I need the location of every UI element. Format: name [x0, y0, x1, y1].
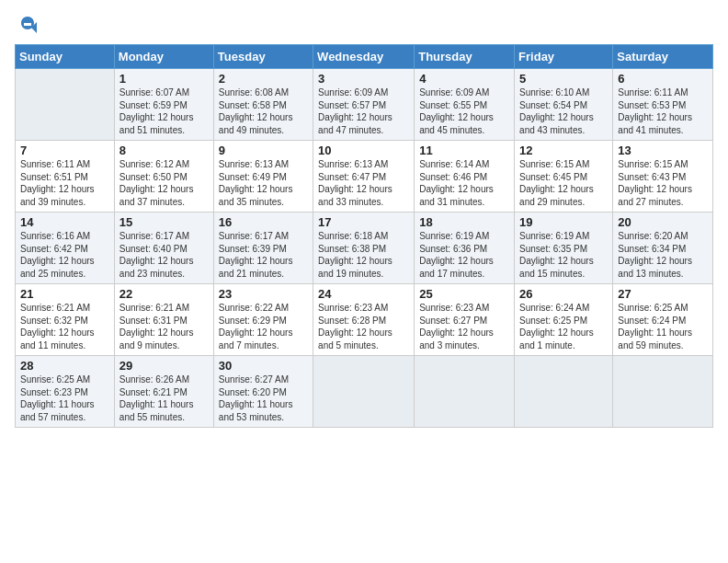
day-info: Sunrise: 6:11 AM Sunset: 6:51 PM Dayligh…	[20, 158, 109, 208]
week-row: 7Sunrise: 6:11 AM Sunset: 6:51 PM Daylig…	[16, 141, 713, 213]
day-info: Sunrise: 6:15 AM Sunset: 6:45 PM Dayligh…	[519, 158, 608, 208]
day-info: Sunrise: 6:16 AM Sunset: 6:42 PM Dayligh…	[20, 230, 109, 280]
day-cell	[313, 356, 415, 428]
day-cell: 17Sunrise: 6:18 AM Sunset: 6:38 PM Dayli…	[313, 213, 415, 284]
day-number: 6	[618, 72, 708, 86]
weekday-header-tuesday: Tuesday	[213, 45, 313, 69]
day-info: Sunrise: 6:11 AM Sunset: 6:53 PM Dayligh…	[618, 86, 708, 136]
day-cell: 2Sunrise: 6:08 AM Sunset: 6:58 PM Daylig…	[213, 69, 313, 141]
calendar: SundayMondayTuesdayWednesdayThursdayFrid…	[15, 44, 713, 428]
day-info: Sunrise: 6:17 AM Sunset: 6:39 PM Dayligh…	[219, 230, 308, 280]
day-info: Sunrise: 6:21 AM Sunset: 6:31 PM Dayligh…	[119, 302, 209, 351]
weekday-header-monday: Monday	[114, 45, 213, 69]
day-cell: 30Sunrise: 6:27 AM Sunset: 6:20 PM Dayli…	[213, 356, 313, 428]
weekday-header-sunday: Sunday	[16, 45, 115, 69]
day-number: 26	[519, 287, 608, 301]
day-info: Sunrise: 6:14 AM Sunset: 6:46 PM Dayligh…	[419, 158, 509, 208]
day-info: Sunrise: 6:15 AM Sunset: 6:43 PM Dayligh…	[618, 158, 708, 208]
day-info: Sunrise: 6:18 AM Sunset: 6:38 PM Dayligh…	[318, 230, 409, 280]
day-number: 18	[419, 215, 509, 229]
header-row: SundayMondayTuesdayWednesdayThursdayFrid…	[16, 45, 713, 69]
day-cell: 6Sunrise: 6:11 AM Sunset: 6:53 PM Daylig…	[613, 69, 713, 141]
day-cell: 8Sunrise: 6:12 AM Sunset: 6:50 PM Daylig…	[114, 141, 213, 213]
day-cell: 23Sunrise: 6:22 AM Sunset: 6:29 PM Dayli…	[213, 284, 313, 356]
day-info: Sunrise: 6:08 AM Sunset: 6:58 PM Dayligh…	[219, 86, 308, 136]
day-info: Sunrise: 6:25 AM Sunset: 6:23 PM Dayligh…	[20, 373, 109, 423]
day-number: 3	[318, 72, 409, 86]
week-row: 1Sunrise: 6:07 AM Sunset: 6:59 PM Daylig…	[16, 69, 713, 141]
day-number: 15	[119, 215, 209, 229]
day-number: 16	[219, 215, 308, 229]
weekday-header-wednesday: Wednesday	[313, 45, 415, 69]
weekday-header-friday: Friday	[515, 45, 613, 69]
day-number: 23	[219, 287, 308, 301]
week-row: 14Sunrise: 6:16 AM Sunset: 6:42 PM Dayli…	[16, 213, 713, 284]
day-cell: 22Sunrise: 6:21 AM Sunset: 6:31 PM Dayli…	[114, 284, 213, 356]
day-info: Sunrise: 6:24 AM Sunset: 6:25 PM Dayligh…	[519, 302, 608, 351]
day-cell: 26Sunrise: 6:24 AM Sunset: 6:25 PM Dayli…	[515, 284, 613, 356]
day-number: 30	[219, 359, 308, 373]
day-number: 12	[519, 144, 608, 157]
day-cell: 1Sunrise: 6:07 AM Sunset: 6:59 PM Daylig…	[114, 69, 213, 141]
day-cell: 9Sunrise: 6:13 AM Sunset: 6:49 PM Daylig…	[213, 141, 313, 213]
day-number: 4	[419, 72, 509, 86]
day-number: 7	[20, 144, 109, 157]
day-number: 14	[20, 215, 109, 229]
day-info: Sunrise: 6:13 AM Sunset: 6:47 PM Dayligh…	[318, 158, 409, 208]
day-cell: 25Sunrise: 6:23 AM Sunset: 6:27 PM Dayli…	[415, 284, 515, 356]
day-cell: 3Sunrise: 6:09 AM Sunset: 6:57 PM Daylig…	[313, 69, 415, 141]
week-row: 28Sunrise: 6:25 AM Sunset: 6:23 PM Dayli…	[16, 356, 713, 428]
day-number: 19	[519, 215, 608, 229]
logo-icon	[15, 13, 40, 39]
day-number: 5	[519, 72, 608, 86]
day-info: Sunrise: 6:21 AM Sunset: 6:32 PM Dayligh…	[20, 302, 109, 351]
day-number: 28	[20, 359, 109, 373]
day-number: 8	[119, 144, 209, 157]
day-info: Sunrise: 6:12 AM Sunset: 6:50 PM Dayligh…	[119, 158, 209, 208]
day-cell: 21Sunrise: 6:21 AM Sunset: 6:32 PM Dayli…	[16, 284, 115, 356]
week-row: 21Sunrise: 6:21 AM Sunset: 6:32 PM Dayli…	[16, 284, 713, 356]
day-info: Sunrise: 6:19 AM Sunset: 6:35 PM Dayligh…	[519, 230, 608, 280]
day-cell: 16Sunrise: 6:17 AM Sunset: 6:39 PM Dayli…	[213, 213, 313, 284]
day-number: 27	[618, 287, 708, 301]
day-info: Sunrise: 6:17 AM Sunset: 6:40 PM Dayligh…	[119, 230, 209, 280]
day-info: Sunrise: 6:09 AM Sunset: 6:57 PM Dayligh…	[318, 86, 409, 136]
day-cell	[415, 356, 515, 428]
day-info: Sunrise: 6:07 AM Sunset: 6:59 PM Dayligh…	[119, 86, 209, 136]
day-cell: 4Sunrise: 6:09 AM Sunset: 6:55 PM Daylig…	[415, 69, 515, 141]
day-info: Sunrise: 6:19 AM Sunset: 6:36 PM Dayligh…	[419, 230, 509, 280]
day-cell: 5Sunrise: 6:10 AM Sunset: 6:54 PM Daylig…	[515, 69, 613, 141]
day-cell: 18Sunrise: 6:19 AM Sunset: 6:36 PM Dayli…	[415, 213, 515, 284]
logo	[15, 13, 44, 39]
day-cell: 19Sunrise: 6:19 AM Sunset: 6:35 PM Dayli…	[515, 213, 613, 284]
day-number: 9	[219, 144, 308, 157]
day-number: 17	[318, 215, 409, 229]
header	[15, 9, 713, 39]
day-cell: 20Sunrise: 6:20 AM Sunset: 6:34 PM Dayli…	[613, 213, 713, 284]
day-info: Sunrise: 6:25 AM Sunset: 6:24 PM Dayligh…	[618, 302, 708, 351]
day-number: 29	[119, 359, 209, 373]
weekday-header-thursday: Thursday	[415, 45, 515, 69]
day-cell: 10Sunrise: 6:13 AM Sunset: 6:47 PM Dayli…	[313, 141, 415, 213]
day-number: 25	[419, 287, 509, 301]
day-info: Sunrise: 6:09 AM Sunset: 6:55 PM Dayligh…	[419, 86, 509, 136]
day-number: 20	[618, 215, 708, 229]
day-cell: 13Sunrise: 6:15 AM Sunset: 6:43 PM Dayli…	[613, 141, 713, 213]
day-info: Sunrise: 6:20 AM Sunset: 6:34 PM Dayligh…	[618, 230, 708, 280]
day-number: 10	[318, 144, 409, 157]
day-number: 2	[219, 72, 308, 86]
day-cell: 14Sunrise: 6:16 AM Sunset: 6:42 PM Dayli…	[16, 213, 115, 284]
day-number: 11	[419, 144, 509, 157]
day-cell: 24Sunrise: 6:23 AM Sunset: 6:28 PM Dayli…	[313, 284, 415, 356]
day-number: 22	[119, 287, 209, 301]
day-cell: 29Sunrise: 6:26 AM Sunset: 6:21 PM Dayli…	[114, 356, 213, 428]
day-cell	[16, 69, 115, 141]
day-cell	[613, 356, 713, 428]
day-info: Sunrise: 6:26 AM Sunset: 6:21 PM Dayligh…	[119, 373, 209, 423]
day-cell	[515, 356, 613, 428]
day-cell: 15Sunrise: 6:17 AM Sunset: 6:40 PM Dayli…	[114, 213, 213, 284]
day-cell: 7Sunrise: 6:11 AM Sunset: 6:51 PM Daylig…	[16, 141, 115, 213]
day-info: Sunrise: 6:10 AM Sunset: 6:54 PM Dayligh…	[519, 86, 608, 136]
day-info: Sunrise: 6:27 AM Sunset: 6:20 PM Dayligh…	[219, 373, 308, 423]
day-info: Sunrise: 6:13 AM Sunset: 6:49 PM Dayligh…	[219, 158, 308, 208]
